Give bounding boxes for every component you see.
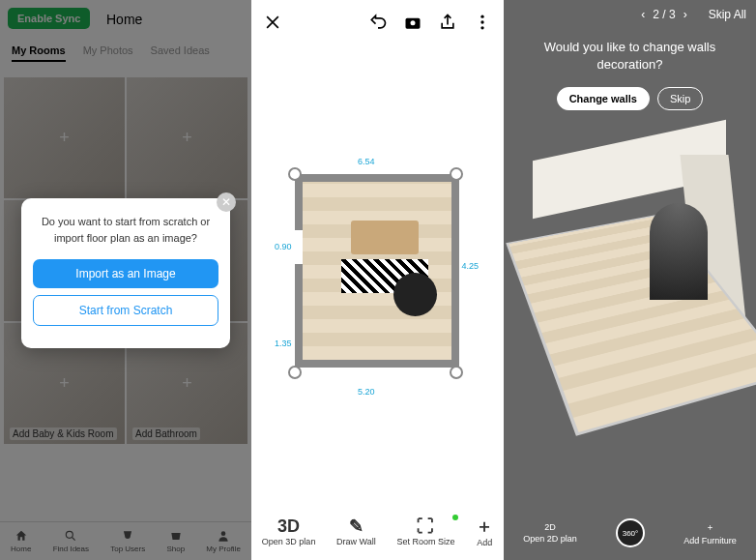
share-icon[interactable] [438, 13, 457, 32]
tour-prompt: Would you like to change walls decoratio… [504, 39, 756, 74]
door[interactable] [295, 230, 303, 264]
open-2d-button[interactable]: 2DOpen 2D plan [523, 522, 577, 544]
dim-top: 6.54 [358, 157, 375, 166]
furniture-table[interactable] [351, 221, 419, 254]
camera-icon[interactable] [403, 13, 422, 32]
start-scratch-button[interactable]: Start from Scratch [33, 295, 218, 326]
skip-button[interactable]: Skip [657, 87, 703, 110]
set-room-size-button[interactable]: ⛶Set Room Size [396, 516, 454, 546]
close-icon[interactable] [263, 13, 282, 32]
floor-plan-canvas[interactable]: 6.54 4.25 5.20 1.35 0.90 [271, 145, 484, 416]
room-shape[interactable] [295, 174, 459, 368]
screen-my-rooms: Enable Sync Home My Rooms My Photos Save… [0, 0, 251, 560]
more-icon[interactable] [473, 13, 492, 32]
corner-handle[interactable] [450, 366, 463, 379]
screen-2d-plan: 6.54 4.25 5.20 1.35 0.90 3DOpen 3D plan … [251, 0, 504, 560]
close-icon[interactable]: ✕ [217, 192, 236, 212]
undo-icon[interactable] [368, 13, 388, 32]
svg-point-6 [480, 26, 483, 29]
add-button[interactable]: ＋Add [476, 515, 493, 547]
rotate-360-button[interactable]: 360° [616, 518, 645, 547]
change-walls-button[interactable]: Change walls [557, 87, 650, 110]
corner-handle[interactable] [288, 366, 302, 379]
tour-actions: Change walls Skip [504, 87, 756, 110]
screen-3d-view: ‹ 2 / 3 › Skip All Would you like to cha… [504, 0, 756, 560]
step-counter: 2 / 3 [653, 8, 675, 21]
dim-right: 4.25 [461, 261, 479, 271]
tour-topbar: ‹ 2 / 3 › Skip All [641, 8, 746, 21]
skip-all-button[interactable]: Skip All [709, 8, 746, 21]
open-3d-button[interactable]: 3DOpen 3D plan [262, 516, 316, 546]
resize-icon: ⛶ [417, 516, 434, 537]
editor-topbar [251, 0, 504, 44]
next-step-icon[interactable]: › [683, 8, 687, 21]
dim-bottom: 5.20 [358, 387, 375, 397]
editor-bottom-bar: 3DOpen 3D plan ✎Draw Wall ⛶Set Room Size… [251, 502, 504, 560]
3d-bottom-bar: 2DOpen 2D plan 360° ＋Add Furniture [504, 506, 756, 560]
plus-icon: ＋ [476, 515, 493, 538]
plus-icon: ＋ [706, 521, 714, 534]
svg-point-5 [480, 20, 483, 23]
3d-viewport[interactable] [504, 126, 756, 502]
start-modal: ✕ Do you want to start from scratch or i… [21, 198, 230, 348]
furniture-round[interactable] [393, 273, 437, 316]
svg-point-4 [480, 15, 483, 18]
spiral-stair [650, 203, 708, 300]
dim-left-lower: 1.35 [275, 339, 292, 348]
pencil-icon: ✎ [349, 516, 363, 537]
indicator-dot [452, 515, 458, 520]
dim-left-gap: 0.90 [275, 242, 292, 251]
draw-wall-button[interactable]: ✎Draw Wall [336, 516, 376, 546]
prev-step-icon[interactable]: ‹ [641, 8, 645, 21]
corner-handle[interactable] [450, 167, 463, 181]
add-furniture-button[interactable]: ＋Add Furniture [683, 521, 737, 545]
rotate-icon: 360° [616, 518, 645, 547]
modal-prompt: Do you want to start from scratch or imp… [33, 214, 218, 246]
corner-handle[interactable] [288, 167, 302, 181]
svg-point-3 [411, 20, 416, 25]
import-image-button[interactable]: Import as an Image [33, 259, 218, 288]
